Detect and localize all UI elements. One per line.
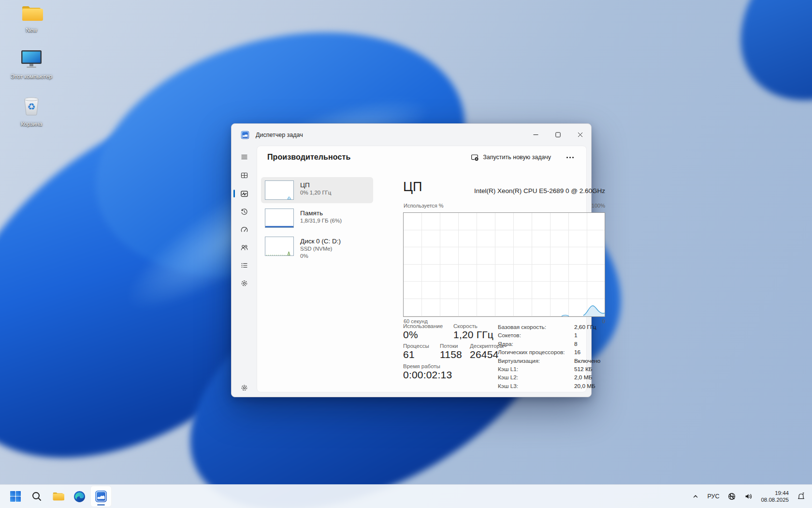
speed-value: 1,20 ГГц — [453, 329, 493, 341]
monitor-icon — [19, 63, 44, 71]
sidebar-item-users[interactable] — [232, 239, 257, 255]
metric-sub: SSD (NVMe) — [300, 245, 341, 253]
spec-value: Включено — [574, 358, 600, 364]
usage-label: Использование — [403, 323, 453, 329]
usage-value: 0% — [403, 329, 453, 341]
maximize-button[interactable] — [547, 124, 569, 146]
selected-indicator — [233, 190, 235, 197]
performance-metric-list: ЦП 0% 1,20 ГГц Память 1,8/31,9 ГБ (6%) — [261, 177, 373, 265]
metric-name: Память — [300, 209, 342, 217]
cpu-usage-graph[interactable] — [403, 212, 605, 317]
sidebar-item-app-history[interactable] — [232, 203, 257, 220]
spec-value: 20,0 МБ — [574, 383, 595, 389]
close-button[interactable] — [569, 124, 591, 146]
disk-mini-graph — [265, 237, 294, 256]
graph-ylabel: Используется % — [404, 203, 444, 209]
metric-sub: 1,8/31,9 ГБ (6%) — [300, 217, 342, 224]
spec-label: Базовая скорость: — [498, 324, 574, 330]
uptime-value: 0:00:02:13 — [403, 369, 504, 381]
taskbar-task-manager-button[interactable] — [90, 486, 112, 507]
graph-ymax: 100% — [592, 203, 605, 209]
cpu-mini-graph — [265, 180, 294, 200]
spec-label: Кэш L3: — [498, 383, 574, 389]
threads-label: Потоки — [440, 343, 470, 349]
search-icon — [31, 491, 43, 502]
threads-value: 1158 — [440, 349, 470, 360]
metric-sub: 0% 1,20 ГГц — [300, 189, 331, 196]
language-indicator[interactable]: РУС — [705, 487, 722, 506]
desktop-icon-label: Корзина — [11, 120, 52, 127]
new-task-icon — [471, 153, 479, 162]
spec-label: Кэш L2: — [498, 374, 574, 381]
notification-center-button[interactable] — [794, 487, 808, 506]
bell-dnd-icon — [797, 492, 806, 501]
sidebar-menu-button[interactable] — [232, 149, 257, 165]
list-item-cpu[interactable]: ЦП 0% 1,20 ГГц — [261, 177, 373, 203]
spec-value: 512 КБ — [574, 366, 593, 373]
speaker-icon — [744, 492, 753, 501]
task-manager-app-icon — [241, 131, 249, 139]
desktop: New Этот компьютер — [0, 0, 812, 508]
sidebar-item-startup-apps[interactable] — [232, 221, 257, 238]
spec-label: Кэш L1: — [498, 366, 574, 373]
volume-tray-button[interactable] — [742, 487, 755, 506]
window-titlebar[interactable]: Диспетчер задач — [232, 124, 591, 146]
run-new-task-label: Запустить новую задачу — [483, 154, 551, 161]
memory-mini-graph — [265, 209, 294, 228]
cpu-spec-table: Базовая скорость:2,60 ГГц Сокетов:1 Ядра… — [498, 324, 605, 391]
folder-icon — [20, 16, 43, 25]
users-icon — [240, 243, 248, 252]
spec-label: Виртуализация: — [498, 358, 574, 364]
desktop-icon-label: New — [11, 27, 52, 33]
menu-icon — [240, 153, 248, 161]
edge-button[interactable] — [69, 486, 89, 507]
desktop-icon-recycle-bin[interactable]: ♻ Корзина — [11, 95, 52, 127]
desktop-icon-new-folder[interactable]: New — [11, 4, 52, 33]
search-button[interactable] — [27, 486, 47, 507]
spec-value: 2,0 МБ — [574, 374, 592, 381]
sidebar-item-performance[interactable] — [232, 185, 257, 202]
sidebar-item-services[interactable] — [232, 275, 257, 291]
processes-value: 61 — [403, 349, 440, 360]
taskbar-clock[interactable]: 19:44 08.08.2025 — [759, 490, 791, 504]
run-new-task-button[interactable]: Запустить новую задачу — [466, 150, 556, 164]
sidebar-item-settings[interactable] — [232, 384, 257, 392]
spec-value: 2,60 ГГц — [574, 324, 596, 330]
spec-value: 8 — [574, 341, 578, 347]
history-icon — [240, 208, 248, 216]
desktop-icon-this-pc[interactable]: Этот компьютер — [11, 48, 52, 80]
speed-label: Скорость — [453, 323, 493, 329]
startup-icon — [240, 225, 248, 234]
cpu-detail-panel: ЦП Intel(R) Xeon(R) CPU E5-2689 0 @ 2.60… — [403, 168, 605, 388]
sidebar-item-processes[interactable] — [232, 167, 257, 183]
hidden-icons-chevron[interactable] — [690, 487, 701, 506]
details-icon — [240, 261, 248, 269]
cpu-heading: ЦП — [403, 179, 422, 194]
taskmanager-sidebar — [232, 146, 257, 397]
sidebar-item-details[interactable] — [232, 257, 257, 273]
file-explorer-button[interactable] — [48, 486, 68, 507]
minimize-button[interactable] — [524, 124, 547, 146]
processes-label: Процессы — [403, 343, 440, 349]
spec-label: Ядра: — [498, 341, 574, 347]
performance-icon — [240, 190, 248, 198]
settings-gear-icon — [240, 384, 248, 392]
more-options-button[interactable] — [564, 154, 577, 161]
cpu-usage-series — [404, 213, 605, 316]
windows-logo-icon — [10, 491, 21, 502]
list-item-memory[interactable]: Память 1,8/31,9 ГБ (6%) — [261, 205, 373, 231]
clock-time: 19:44 — [761, 490, 789, 497]
list-item-disk0[interactable]: Диск 0 (C: D:) SSD (NVMe) 0% — [261, 233, 373, 263]
network-tray-button[interactable] — [725, 487, 739, 506]
taskbar: РУС 19:44 08.08.2025 — [0, 484, 812, 508]
spec-value: 16 — [574, 349, 580, 356]
start-button[interactable] — [5, 486, 26, 507]
spec-label: Сокетов: — [498, 332, 574, 339]
svg-text:♻: ♻ — [27, 101, 35, 112]
chevron-up-icon — [692, 493, 699, 500]
page-title: Производительность — [267, 153, 350, 162]
spec-label: Логических процессоров: — [498, 349, 574, 356]
clock-date: 08.08.2025 — [761, 496, 789, 504]
edge-icon — [73, 491, 86, 503]
metric-name: Диск 0 (C: D:) — [300, 237, 341, 245]
